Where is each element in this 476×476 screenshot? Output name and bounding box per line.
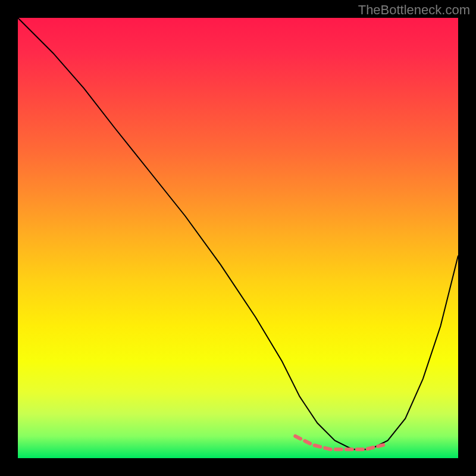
bottleneck-curve bbox=[18, 18, 458, 449]
curve-svg bbox=[18, 18, 458, 458]
chart-plot-area bbox=[18, 18, 458, 458]
watermark-text: TheBottleneck.com bbox=[358, 2, 470, 18]
